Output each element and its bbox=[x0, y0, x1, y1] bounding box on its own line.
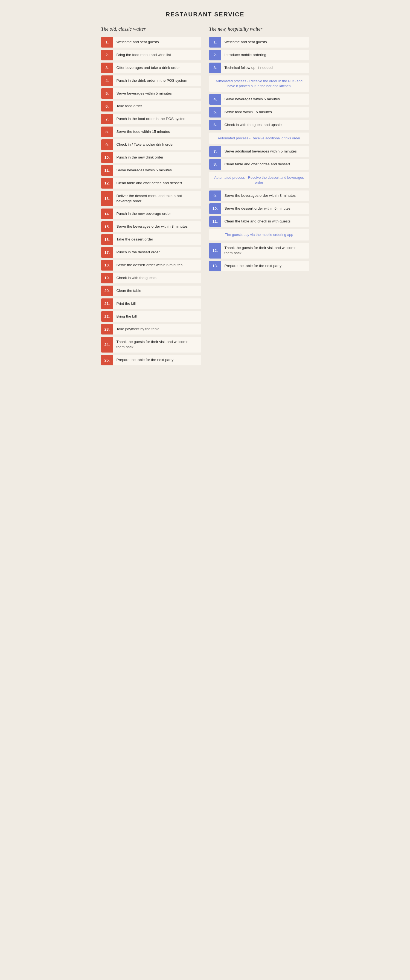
list-item: 1.Welcome and seat guests bbox=[101, 37, 201, 48]
step-badge: 25. bbox=[101, 355, 113, 365]
list-item: 3.Offer beverages and take a drink order bbox=[101, 63, 201, 73]
step-badge: 2. bbox=[209, 50, 221, 60]
step-badge: 13. bbox=[101, 191, 113, 207]
list-item: 15.Serve the beverages order within 3 mi… bbox=[101, 221, 201, 232]
list-item: 13.Deliver the dessert menu and take a h… bbox=[101, 191, 201, 207]
payment-label: The guests pay via the mobile ordering a… bbox=[209, 229, 309, 240]
step-badge: 12. bbox=[209, 243, 221, 259]
step-badge: 5. bbox=[209, 107, 221, 118]
step-text: Check in with the guests bbox=[113, 273, 201, 283]
step-badge: 10. bbox=[209, 203, 221, 214]
list-item: 10.Serve the dessert order within 6 minu… bbox=[209, 203, 309, 214]
step-text: Serve the food within 15 minutes bbox=[113, 127, 201, 137]
step-badge: 12. bbox=[101, 178, 113, 189]
step-badge: 8. bbox=[101, 127, 113, 137]
list-item: 12.Thank the guests for their visit and … bbox=[209, 243, 309, 259]
step-text: Welcome and seat guests bbox=[113, 37, 201, 48]
columns-wrapper: The old, classic waiter 1.Welcome and se… bbox=[101, 26, 309, 368]
step-text: Bring the bill bbox=[113, 311, 201, 322]
left-column-header: The old, classic waiter bbox=[101, 26, 201, 32]
step-text: Thank the guests for their visit and wel… bbox=[113, 337, 201, 353]
step-badge: 7. bbox=[101, 114, 113, 124]
step-badge: 1. bbox=[209, 37, 221, 48]
step-text: Serve beverages within 5 minutes bbox=[221, 94, 309, 105]
step-badge: 11. bbox=[209, 216, 221, 227]
step-badge: 22. bbox=[101, 311, 113, 322]
step-badge: 17. bbox=[101, 247, 113, 258]
step-text: Technical follow up, if needed bbox=[221, 63, 309, 73]
list-item: 2.Bring the food menu and wine list bbox=[101, 50, 201, 60]
list-item: 2.Introduce mobile ordering bbox=[209, 50, 309, 60]
step-badge: 4. bbox=[101, 75, 113, 86]
step-badge: 2. bbox=[101, 50, 113, 60]
step-badge: 16. bbox=[101, 234, 113, 245]
step-badge: 3. bbox=[209, 63, 221, 73]
left-steps-container: 1.Welcome and seat guests2.Bring the foo… bbox=[101, 37, 201, 365]
step-text: Punch in the drink order in the POS syst… bbox=[113, 75, 201, 86]
step-text: Introduce mobile ordering bbox=[221, 50, 309, 60]
step-text: Serve beverages within 5 minutes bbox=[113, 165, 201, 176]
step-text: Serve the dessert order within 6 minutes bbox=[113, 260, 201, 270]
step-badge: 6. bbox=[101, 101, 113, 111]
step-text: Clean table and offer coffee and dessert bbox=[113, 178, 201, 189]
step-badge: 20. bbox=[101, 286, 113, 296]
step-badge: 7. bbox=[209, 146, 221, 157]
right-column-header: The new, hospitality waiter bbox=[209, 26, 309, 32]
list-item: 1.Welcome and seat guests bbox=[209, 37, 309, 48]
list-item: 17.Punch in the dessert order bbox=[101, 247, 201, 258]
list-item: 25.Prepare the table for the next party bbox=[101, 355, 201, 365]
step-text: Welcome and seat guests bbox=[221, 37, 309, 48]
list-item: 9.Check in / Take another drink order bbox=[101, 139, 201, 150]
list-item: 10.Punch in the new drink order bbox=[101, 152, 201, 163]
step-text: Deliver the dessert menu and take a hot … bbox=[113, 191, 201, 207]
list-item: 9.Serve the beverages order within 3 min… bbox=[209, 191, 309, 201]
step-text: Punch in the new beverage order bbox=[113, 208, 201, 219]
list-item: 21.Print the bill bbox=[101, 298, 201, 309]
list-item: 6.Check in with the guest and upsale bbox=[209, 120, 309, 130]
step-badge: 24. bbox=[101, 337, 113, 353]
step-text: Clean the table and check in with guests bbox=[221, 216, 309, 227]
step-text: Serve the dessert order within 6 minutes bbox=[221, 203, 309, 214]
step-badge: 14. bbox=[101, 208, 113, 219]
list-item: 11.Serve beverages within 5 minutes bbox=[101, 165, 201, 176]
step-badge: 9. bbox=[101, 139, 113, 150]
page-title: RESTAURANT SERVICE bbox=[5, 11, 405, 18]
step-text: Thank the guests for their visit and wel… bbox=[221, 243, 309, 259]
list-item: 5.Serve beverages within 5 minutes bbox=[101, 88, 201, 99]
list-item: 23.Take payment by the table bbox=[101, 324, 201, 334]
step-text: Punch in the dessert order bbox=[113, 247, 201, 258]
list-item: 20.Clean the table bbox=[101, 286, 201, 296]
step-badge: 19. bbox=[101, 273, 113, 283]
list-item: 8.Serve the food within 15 minutes bbox=[101, 127, 201, 137]
automated-process-label: Automated process - Receive the dessert … bbox=[209, 172, 309, 188]
step-text: Check in / Take another drink order bbox=[113, 139, 201, 150]
step-text: Serve beverages within 5 minutes bbox=[113, 88, 201, 99]
step-text: Clean the table bbox=[113, 286, 201, 296]
list-item: 7.Serve additional beverages within 5 mi… bbox=[209, 146, 309, 157]
step-badge: 15. bbox=[101, 221, 113, 232]
step-text: Offer beverages and take a drink order bbox=[113, 63, 201, 73]
list-item: 3.Technical follow up, if needed bbox=[209, 63, 309, 73]
automated-process-label: Automated process - Receive additional d… bbox=[209, 132, 309, 144]
step-text: Punch in the food order in the POS syste… bbox=[113, 114, 201, 124]
step-badge: 6. bbox=[209, 120, 221, 130]
step-badge: 9. bbox=[209, 191, 221, 201]
list-item: 4.Punch in the drink order in the POS sy… bbox=[101, 75, 201, 86]
step-text: Clean table and offer coffee and dessert bbox=[221, 159, 309, 170]
step-text: Serve the beverages order within 3 minut… bbox=[113, 221, 201, 232]
step-text: Serve additional beverages within 5 minu… bbox=[221, 146, 309, 157]
step-text: Bring the food menu and wine list bbox=[113, 50, 201, 60]
step-badge: 11. bbox=[101, 165, 113, 176]
list-item: 18.Serve the dessert order within 6 minu… bbox=[101, 260, 201, 270]
step-text: Take food order bbox=[113, 101, 201, 111]
step-text: Prepare the table for the next party bbox=[113, 355, 201, 365]
step-badge: 10. bbox=[101, 152, 113, 163]
step-text: Check in with the guest and upsale bbox=[221, 120, 309, 130]
step-text: Take payment by the table bbox=[113, 324, 201, 334]
list-item: 7.Punch in the food order in the POS sys… bbox=[101, 114, 201, 124]
list-item: 12.Clean table and offer coffee and dess… bbox=[101, 178, 201, 189]
list-item: 16.Take the dessert order bbox=[101, 234, 201, 245]
step-text: Serve food within 15 minutes bbox=[221, 107, 309, 118]
step-badge: 18. bbox=[101, 260, 113, 270]
list-item: 11.Clean the table and check in with gue… bbox=[209, 216, 309, 227]
